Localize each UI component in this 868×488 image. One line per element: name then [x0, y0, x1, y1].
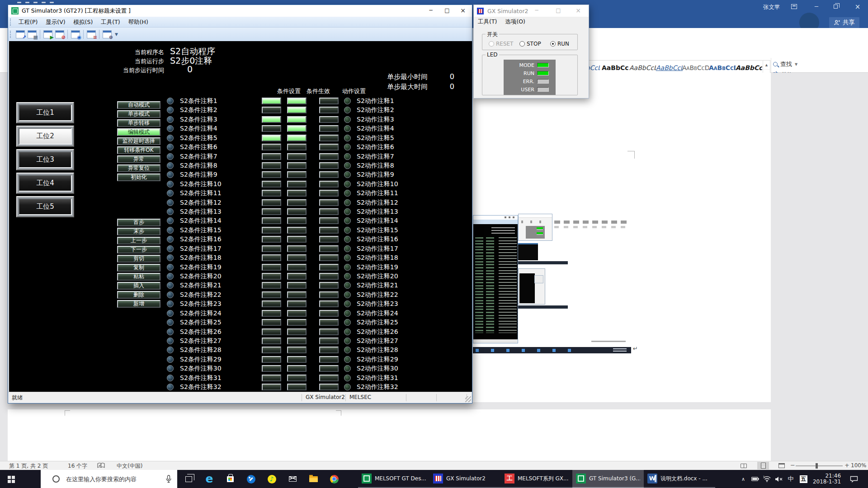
gx-menu-options[interactable]: 选项(O): [501, 18, 529, 26]
ribbon-display-options-icon[interactable]: [791, 4, 797, 9]
taskbar-search[interactable]: [41, 470, 177, 488]
taskbar-file-explorer-button[interactable]: [303, 470, 324, 488]
condition-comment-label: S2条件注释26: [180, 328, 222, 336]
gt-option-icon[interactable]: ⊕: [103, 30, 112, 38]
gt-device-monitor-icon[interactable]: ≡: [87, 30, 96, 38]
action-comment-label: S2动作注释31: [357, 374, 398, 382]
signed-in-user[interactable]: 张文苹: [763, 4, 780, 11]
gt-open-project-icon[interactable]: ↗: [16, 30, 25, 38]
gt-menu-display[interactable]: 显示(V): [42, 18, 69, 27]
tray-overflow-chevron-icon[interactable]: ∧: [738, 470, 748, 488]
search-input[interactable]: [66, 476, 165, 483]
document-page-2[interactable]: [8, 409, 771, 461]
gt-save-project-icon[interactable]: ▦: [28, 30, 37, 38]
switch-radio-stop[interactable]: STOP: [519, 41, 541, 47]
toolbar-overflow-icon[interactable]: ▼: [115, 32, 118, 37]
zoom-slider-thumb[interactable]: [816, 463, 818, 469]
page-indicator[interactable]: 第 1 页, 共 2 页: [9, 462, 48, 470]
gx-minimize-button[interactable]: ─: [530, 5, 543, 16]
word-restore-button[interactable]: [834, 5, 838, 9]
led-label: ERR.: [504, 79, 534, 84]
ime-mode-indicator[interactable]: 五: [798, 470, 808, 488]
volume-muted-icon[interactable]: [773, 470, 784, 488]
zoom-in-button[interactable]: +: [844, 462, 849, 469]
quick-access-item[interactable]: [33, 2, 38, 3]
taskbar-task-view-button[interactable]: [178, 470, 199, 488]
condition-set-indicator: [262, 356, 281, 363]
taskbar-app-gt-simulator3[interactable]: GT Simulator3 (G...: [572, 470, 644, 488]
condition-active-indicator: [287, 356, 307, 363]
gt-start-simulation-icon[interactable]: ▶: [43, 30, 52, 38]
gt-close-button[interactable]: ×: [455, 5, 471, 16]
action-comment-label: S2动作注释2: [357, 106, 394, 114]
taskbar-app-label: MELSOFT GT Des...: [375, 475, 426, 482]
switch-radio-run[interactable]: RUN: [550, 41, 569, 47]
word-count[interactable]: 16 个字: [68, 462, 87, 470]
zoom-level[interactable]: 100%: [851, 462, 866, 469]
tray-date: 2018-1-31: [813, 479, 841, 485]
taskbar-app-melsoft-gt-designer[interactable]: MELSOFT GT Des...: [358, 470, 429, 488]
taskbar-app-melsoft-gx-works[interactable]: 工MELSOFT系列 GX...: [501, 470, 572, 488]
gt-menu-help[interactable]: 帮助(H): [124, 18, 152, 27]
switch-radio-reset[interactable]: RESET: [489, 41, 513, 47]
action-set-indicator: [319, 107, 339, 113]
gt-menu-tools[interactable]: 工具(T): [97, 18, 124, 27]
taskbar-app-gx-simulator2[interactable]: GX Simulator2: [429, 470, 501, 488]
gx-close-button[interactable]: ×: [571, 5, 585, 16]
comment-row: S2条件注释8S2动作注释8: [9, 161, 472, 170]
taskbar-edge-browser-button[interactable]: e: [199, 470, 220, 488]
wifi-icon[interactable]: *: [761, 470, 772, 488]
battery-icon[interactable]: [750, 470, 760, 488]
gt-menu-project[interactable]: 工程(P): [14, 18, 42, 27]
zoom-slider[interactable]: [796, 465, 843, 466]
start-button[interactable]: [0, 470, 22, 488]
taskbar-qq-music-button[interactable]: ♪: [261, 470, 282, 488]
word-close-button[interactable]: ×: [849, 0, 867, 14]
gx-maximize-button[interactable]: □: [552, 5, 565, 16]
print-layout-button[interactable]: [757, 462, 769, 469]
quick-access-toolbar[interactable]: [17, 2, 21, 3]
share-button[interactable]: 共享: [829, 17, 859, 28]
gt-snapshot-icon[interactable]: ◉: [71, 30, 80, 38]
action-center-icon[interactable]: [847, 470, 861, 488]
page2-margin-mark-right: [336, 410, 341, 416]
taskbar-chrome-browser-button[interactable]: [324, 470, 344, 488]
read-mode-button[interactable]: [738, 462, 750, 469]
proofing-icon[interactable]: [97, 463, 105, 469]
gallery-scroll-up-icon[interactable]: ▲: [763, 61, 770, 70]
taskbar-app-word-document[interactable]: W说明文档.docx - ...: [644, 470, 715, 488]
web-layout-button[interactable]: [776, 462, 788, 469]
taskbar-blue-utility-button[interactable]: [241, 470, 261, 488]
gt-title-bar[interactable]: GT Simulator3 (GT27) [工程标题未设置 ] ─ □ ×: [8, 5, 472, 17]
gx-title-bar[interactable]: GX Simulator2 ─ □ ×: [474, 5, 589, 17]
microphone-icon[interactable]: [165, 475, 172, 483]
quick-access-item[interactable]: [25, 2, 29, 3]
action-lamp-icon: [344, 199, 351, 206]
word-minimize-button[interactable]: ─: [807, 0, 826, 14]
condition-set-indicator: [262, 181, 281, 188]
taskbar-mail-button[interactable]: [282, 470, 303, 488]
comment-row: S2条件注释15S2动作注释15: [9, 226, 472, 235]
action-lamp-icon: [344, 291, 351, 298]
action-comment-label: S2动作注释6: [357, 143, 394, 151]
action-comment-label: S2动作注释30: [357, 365, 398, 373]
zoom-out-button[interactable]: −: [790, 462, 795, 469]
gt-stop-simulation-icon[interactable]: ⊘: [55, 30, 64, 38]
language-indicator[interactable]: 中文(中国): [117, 462, 142, 470]
gt-maximize-button[interactable]: □: [439, 5, 455, 16]
quick-access-item[interactable]: [42, 2, 46, 3]
taskbar-app-label: MELSOFT系列 GX...: [518, 475, 568, 483]
gt-menu-simulate[interactable]: 模拟(S): [70, 18, 97, 27]
gt-minimize-button[interactable]: ─: [423, 5, 439, 16]
find-dropdown-icon: ▼: [795, 62, 797, 66]
clock[interactable]: 21:462018-1-31: [812, 470, 842, 488]
ime-language-indicator[interactable]: 中: [786, 470, 796, 488]
resize-grip[interactable]: [465, 396, 471, 402]
taskbar-microsoft-store-button[interactable]: [220, 470, 241, 488]
action-lamp-icon: [344, 319, 351, 326]
gx-menu-tools[interactable]: 工具(T): [474, 18, 501, 26]
quick-access-item[interactable]: [50, 2, 54, 3]
find-button[interactable]: 查找 ▼: [773, 60, 814, 69]
condition-lamp-icon: [167, 347, 174, 353]
embedded-screenshot-image[interactable]: [473, 211, 631, 353]
